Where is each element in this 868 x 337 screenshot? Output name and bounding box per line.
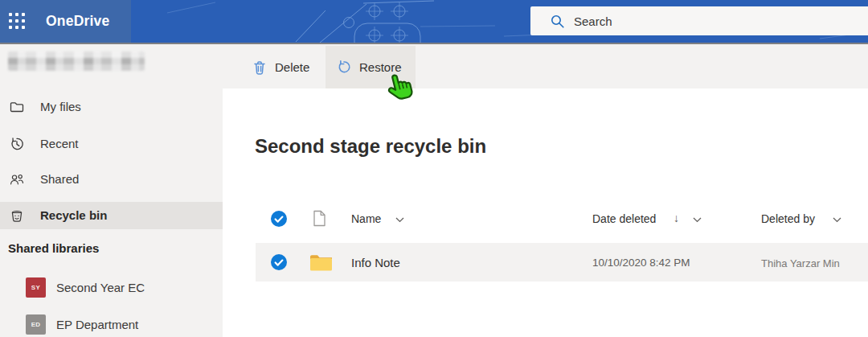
sidebar-item-shared[interactable]: Shared bbox=[0, 166, 223, 193]
delete-button-label: Delete bbox=[275, 60, 309, 74]
sidebar-item-label: Recycle bin bbox=[40, 208, 107, 222]
chevron-down-icon[interactable] bbox=[395, 217, 404, 223]
app-title[interactable]: OneDrive bbox=[46, 13, 109, 30]
select-all-checkbox[interactable] bbox=[271, 211, 287, 227]
search-input[interactable]: Search bbox=[530, 6, 868, 35]
column-header-name[interactable]: Name bbox=[351, 212, 381, 225]
sidebar-item-recycle-bin[interactable]: Recycle bin bbox=[0, 202, 223, 229]
user-name-blurred bbox=[8, 51, 145, 71]
search-placeholder: Search bbox=[574, 14, 612, 28]
sidebar-item-label: My files bbox=[40, 100, 81, 113]
folder-icon bbox=[10, 100, 24, 114]
trash-icon bbox=[252, 60, 268, 76]
restore-icon bbox=[337, 60, 352, 75]
library-tile-icon: ED bbox=[26, 314, 46, 335]
library-tile-icon: SY bbox=[26, 277, 46, 298]
sidebar-item-my-files[interactable]: My files bbox=[0, 93, 223, 121]
chevron-down-icon[interactable] bbox=[693, 217, 702, 223]
sidebar-item-label: Shared bbox=[40, 172, 79, 186]
sidebar-item-recent[interactable]: Recent bbox=[0, 130, 223, 158]
sidebar-library-second-year-ec[interactable]: SY Second Year EC bbox=[0, 273, 223, 302]
library-label: EP Department bbox=[56, 318, 138, 331]
library-label: Second Year EC bbox=[56, 281, 145, 294]
search-icon bbox=[551, 14, 564, 28]
column-header-date-deleted[interactable]: Date deleted bbox=[592, 212, 656, 225]
row-date-deleted: 10/10/2020 8:42 PM bbox=[592, 257, 690, 269]
sidebar-item-label: Recent bbox=[40, 137, 79, 150]
people-icon bbox=[10, 172, 24, 187]
delete-button[interactable]: Delete bbox=[244, 46, 317, 88]
row-name[interactable]: Info Note bbox=[351, 256, 400, 269]
app-launcher-waffle-icon[interactable] bbox=[9, 13, 27, 31]
chevron-down-icon[interactable] bbox=[833, 217, 841, 223]
sidebar-section-shared-libraries: Shared libraries bbox=[8, 241, 99, 255]
sidebar-library-ep-department[interactable]: ED EP Department bbox=[0, 310, 223, 337]
sort-descending-arrow: ↓ bbox=[674, 212, 679, 224]
row-deleted-by: Thiha Yarzar Min bbox=[761, 257, 840, 269]
row-checkbox[interactable] bbox=[271, 254, 287, 270]
app-header: OneDrive Search bbox=[0, 0, 868, 44]
history-icon bbox=[10, 137, 24, 151]
column-header-deleted-by[interactable]: Deleted by bbox=[761, 212, 815, 225]
recycle-bin-icon bbox=[10, 208, 24, 223]
onedrive-window: OneDrive Search My files Recent bbox=[0, 0, 868, 337]
folder-icon bbox=[310, 254, 332, 271]
page-title: Second stage recycle bin bbox=[255, 135, 486, 158]
document-type-column-icon bbox=[313, 210, 326, 227]
